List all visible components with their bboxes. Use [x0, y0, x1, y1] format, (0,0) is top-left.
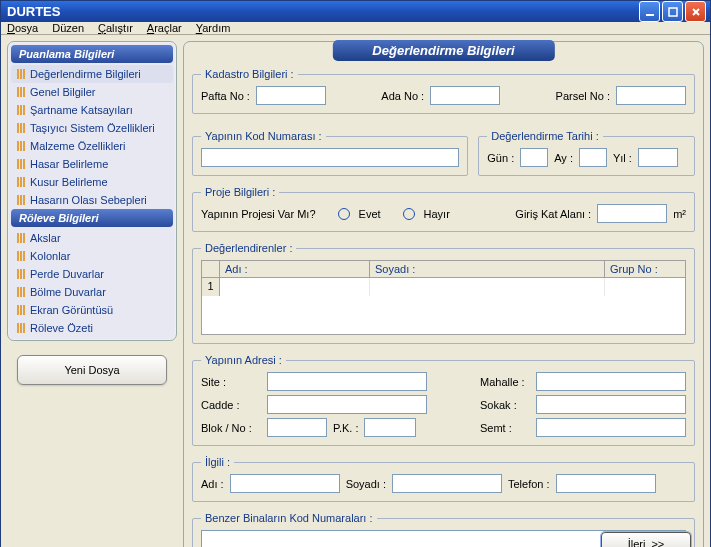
label-ay: Ay : — [554, 152, 573, 164]
svg-rect-1 — [669, 8, 677, 16]
label-proje-var: Yapının Projesi Var Mı? — [201, 208, 316, 220]
legend-ilgili: İlgili : — [201, 456, 234, 468]
bullet-icon — [17, 159, 25, 169]
cell-adi[interactable] — [220, 278, 370, 296]
sidebar-item-akslar[interactable]: Akslar — [11, 229, 173, 247]
input-parsel[interactable] — [616, 86, 686, 105]
menu-araclar[interactable]: Araçlar — [147, 22, 182, 34]
sidebar-item-degerlendirme[interactable]: Değerlendirme Bilgileri — [11, 65, 173, 83]
input-mahalle[interactable] — [536, 372, 686, 391]
main-title: Değerlendirme Bilgileri — [332, 40, 554, 61]
input-yapi-kod[interactable] — [201, 148, 459, 167]
menu-calistir[interactable]: Çalıştır — [98, 22, 133, 34]
bullet-icon — [17, 305, 25, 315]
sidebar-item-hasar[interactable]: Hasar Belirleme — [11, 155, 173, 173]
label-cadde: Cadde : — [201, 399, 261, 411]
sidebar-item-sartname[interactable]: Şartname Katsayıları — [11, 101, 173, 119]
label-m2: m² — [673, 208, 686, 220]
col-soyadi: Soyadı : — [370, 261, 605, 278]
input-blok[interactable] — [267, 418, 327, 437]
label-ada: Ada No : — [381, 90, 424, 102]
input-semt[interactable] — [536, 418, 686, 437]
sidebar-item-bolme[interactable]: Bölme Duvarlar — [11, 283, 173, 301]
legend-kadastro: Kadastro Bilgileri : — [201, 68, 298, 80]
label-sokak: Sokak : — [480, 399, 530, 411]
label-parsel: Parsel No : — [556, 90, 610, 102]
input-ay[interactable] — [579, 148, 607, 167]
input-site[interactable] — [267, 372, 427, 391]
sidebar-item-roleve-ozeti[interactable]: Röleve Özeti — [11, 319, 173, 337]
label-site: Site : — [201, 376, 261, 388]
label-gun: Gün : — [487, 152, 514, 164]
label-pk: P.K. : — [333, 422, 358, 434]
legend-degerlendirenler: Değerlendirenler : — [201, 242, 296, 254]
input-ilgili-soyadi[interactable] — [392, 474, 502, 493]
app-window: DURTES Dosya Düzen Çalıştır Araçlar Yard… — [0, 0, 711, 547]
label-ilgili-telefon: Telefon : — [508, 478, 550, 490]
legend-adres: Yapının Adresi : — [201, 354, 286, 366]
app-title: DURTES — [7, 4, 639, 19]
cell-grup[interactable] — [605, 278, 685, 296]
menu-duzen[interactable]: Düzen — [52, 22, 84, 34]
sidebar-item-kolonlar[interactable]: Kolonlar — [11, 247, 173, 265]
titlebar: DURTES — [1, 1, 710, 22]
label-mahalle: Mahalle : — [480, 376, 530, 388]
label-ilgili-soyadi: Soyadı : — [346, 478, 386, 490]
group-kadastro: Kadastro Bilgileri : Pafta No : Ada No :… — [192, 68, 695, 114]
close-button[interactable] — [685, 1, 706, 22]
legend-yapi-kod: Yapının Kod Numarası : — [201, 130, 326, 142]
input-ilgili-telefon[interactable] — [556, 474, 656, 493]
new-file-button[interactable]: Yeni Dosya — [17, 355, 167, 385]
group-yapi-kod: Yapının Kod Numarası : — [192, 130, 468, 176]
bullet-icon — [17, 69, 25, 79]
sidebar-item-kusur[interactable]: Kusur Belirleme — [11, 173, 173, 191]
grid-filler — [202, 296, 685, 334]
radio-evet[interactable] — [338, 208, 350, 220]
bullet-icon — [17, 323, 25, 333]
evaluators-grid[interactable]: Adı : Soyadı : Grup No : 1 — [201, 260, 686, 335]
input-gun[interactable] — [520, 148, 548, 167]
input-yil[interactable] — [638, 148, 678, 167]
input-ada[interactable] — [430, 86, 500, 105]
sidebar-header-roleve: Röleve Bilgileri — [11, 209, 173, 227]
menu-yardim[interactable]: Yardım — [196, 22, 231, 34]
legend-tarih: Değerlendirme Tarihi : — [487, 130, 602, 142]
input-cadde[interactable] — [267, 395, 427, 414]
label-pafta: Pafta No : — [201, 90, 250, 102]
window-controls — [639, 1, 706, 22]
maximize-button[interactable] — [662, 1, 683, 22]
group-tarih: Değerlendirme Tarihi : Gün : Ay : Yıl : — [478, 130, 695, 176]
sidebar-item-perde[interactable]: Perde Duvarlar — [11, 265, 173, 283]
maximize-icon — [668, 7, 678, 17]
label-blok: Blok / No : — [201, 422, 261, 434]
input-giris-kat[interactable] — [597, 204, 667, 223]
sidebar-item-genel[interactable]: Genel Bilgiler — [11, 83, 173, 101]
bullet-icon — [17, 195, 25, 205]
legend-proje: Proje Bilgileri : — [201, 186, 279, 198]
sidebar-item-malzeme[interactable]: Malzeme Özellikleri — [11, 137, 173, 155]
input-sokak[interactable] — [536, 395, 686, 414]
input-pk[interactable] — [364, 418, 416, 437]
sidebar-item-hasarin-olasi[interactable]: Hasarın Olası Sebepleri — [11, 191, 173, 209]
radio-hayir[interactable] — [403, 208, 415, 220]
bullet-icon — [17, 141, 25, 151]
sidebar-header-puanlama: Puanlama Bilgileri — [11, 45, 173, 63]
next-button[interactable]: İleri >> — [601, 532, 691, 547]
chevron-right-icon: >> — [651, 538, 664, 547]
menubar: Dosya Düzen Çalıştır Araçlar Yardım — [1, 22, 710, 35]
row-number: 1 — [202, 278, 220, 296]
menu-dosya[interactable]: Dosya — [7, 22, 38, 34]
minimize-button[interactable] — [639, 1, 660, 22]
legend-benzer: Benzer Binaların Kod Numaraları : — [201, 512, 377, 524]
cell-soyadi[interactable] — [370, 278, 605, 296]
sidebar-item-tasiyici[interactable]: Taşıyıcı Sistem Özellikleri — [11, 119, 173, 137]
sidebar-item-ekran[interactable]: Ekran Görüntüsü — [11, 301, 173, 319]
bullet-icon — [17, 87, 25, 97]
bullet-icon — [17, 233, 25, 243]
bullet-icon — [17, 123, 25, 133]
label-yil: Yıl : — [613, 152, 632, 164]
input-ilgili-adi[interactable] — [230, 474, 340, 493]
label-ilgili-adi: Adı : — [201, 478, 224, 490]
input-pafta[interactable] — [256, 86, 326, 105]
main-panel: Değerlendirme Bilgileri Kadastro Bilgile… — [183, 41, 704, 547]
